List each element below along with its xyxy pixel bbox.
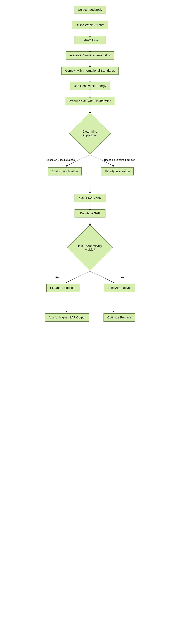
converge-1-svg bbox=[44, 180, 136, 194]
final-row: Aim for Higher SAF Output Optimize Proce… bbox=[44, 314, 136, 322]
branch-determine: Based on Specific Needs Based on Existin… bbox=[44, 154, 136, 180]
higher-saf-box: Aim for Higher SAF Output bbox=[45, 314, 89, 322]
extract-co2-box: Extract CO2 bbox=[75, 36, 105, 44]
integrate-bio-box: Integrate Bio-based Aromatics bbox=[66, 51, 114, 60]
use-renewable-box: Use Renewable Energy bbox=[70, 82, 110, 90]
final-arrows bbox=[44, 299, 136, 314]
arrow-6 bbox=[90, 90, 90, 97]
svg-marker-17 bbox=[112, 310, 114, 313]
arrow-5 bbox=[90, 75, 90, 82]
produce-saf-box: Produce SAF with Flexiforming bbox=[65, 97, 115, 105]
label-specific-needs: Based on Specific Needs bbox=[46, 158, 75, 162]
svg-marker-15 bbox=[66, 310, 68, 313]
converge-1 bbox=[44, 180, 136, 194]
svg-marker-2 bbox=[66, 165, 68, 167]
flowchart: Select Feedstock Utilize Waste Stream Ex… bbox=[44, 0, 136, 644]
custom-app-box: Custom Application bbox=[48, 167, 82, 176]
is-viable-diamond: Is it Economically Viable? bbox=[67, 224, 113, 271]
svg-marker-12 bbox=[66, 282, 68, 284]
arrow-3 bbox=[90, 44, 90, 51]
determine-app-diamond: Determine Application bbox=[69, 112, 111, 154]
determine-app-label: Determine Application bbox=[79, 130, 101, 137]
arrow-2 bbox=[90, 29, 90, 36]
arrow-1 bbox=[90, 14, 90, 21]
comply-intl-box: Comply with International Standards bbox=[61, 66, 118, 75]
svg-marker-3 bbox=[112, 165, 114, 167]
svg-marker-9 bbox=[89, 192, 91, 194]
is-viable-label: Is it Economically Viable? bbox=[78, 244, 102, 252]
arrow-9 bbox=[90, 218, 90, 224]
svg-line-11 bbox=[90, 271, 113, 282]
svg-line-10 bbox=[67, 271, 90, 282]
distribute-saf-box: Distribute SAF bbox=[75, 209, 105, 218]
svg-marker-13 bbox=[112, 282, 114, 284]
facility-int-box: Facility Integration bbox=[101, 167, 134, 176]
optimize-box: Optimize Process bbox=[103, 314, 135, 322]
seek-alt-box: Seek Alternatives bbox=[104, 284, 135, 292]
label-existing-facilities: Based on Existing Facilities bbox=[104, 158, 135, 162]
expand-prod-box: Expand Production bbox=[46, 284, 80, 292]
branch-viable: Yes No Expand Production Seek Alternativ… bbox=[44, 271, 136, 299]
utilize-waste-box: Utilize Waste Stream bbox=[72, 21, 108, 29]
saf-production-box: SAF Production bbox=[75, 194, 105, 202]
label-no: No bbox=[120, 276, 124, 279]
arrow-4 bbox=[90, 60, 90, 66]
label-yes: Yes bbox=[55, 276, 59, 279]
arrow-8 bbox=[90, 202, 90, 209]
select-feedstock-box: Select Feedstock bbox=[75, 6, 106, 14]
final-arrows-svg bbox=[44, 299, 136, 314]
arrow-7 bbox=[90, 105, 90, 112]
